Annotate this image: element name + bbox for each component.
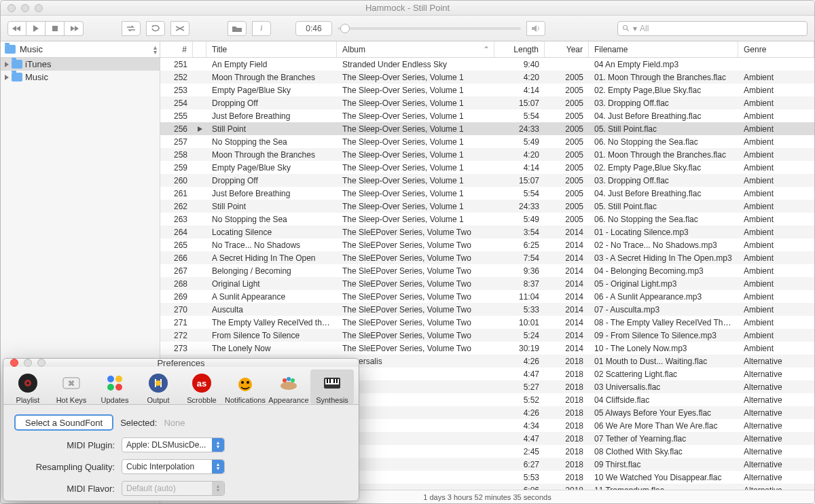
repeat-button[interactable] [122, 21, 141, 36]
table-row[interactable]: 251An Empty FieldStranded Under Endless … [160, 58, 814, 71]
prefs-tab-label: Hot Keys [56, 396, 87, 404]
table-row[interactable]: 267Belonging / BecomingThe SleEPover Ser… [160, 264, 814, 277]
search-input[interactable]: ▾ All [617, 21, 808, 36]
playlist-icon [17, 372, 39, 394]
volume-button[interactable] [526, 21, 545, 36]
prefs-tab-synthesis[interactable]: Synthesis [310, 370, 354, 404]
loop-button[interactable] [146, 21, 165, 36]
cell-genre: Ambient [738, 150, 814, 160]
cell-year: 2014 [545, 228, 589, 237]
table-row[interactable]: 263No Stopping the SeaThe Sleep-Over Ser… [160, 213, 814, 226]
cell-length: 15:07 [494, 98, 545, 108]
shuffle-button[interactable] [170, 21, 189, 36]
cell-album: The SleEPover Series, Volume Two [337, 266, 494, 276]
prefs-tab-scrobble[interactable]: asScrobble [180, 370, 223, 404]
disclosure-triangle-icon[interactable] [5, 75, 9, 80]
cell-length: 6:27 [494, 460, 545, 469]
table-row[interactable]: 273The Lonely NowThe SleEPover Series, V… [160, 342, 814, 355]
svg-point-1 [623, 25, 628, 29]
disclosure-triangle-icon[interactable] [5, 62, 9, 67]
table-row[interactable]: 253Empty Page/Blue SkyThe Sleep-Over Ser… [160, 84, 814, 96]
select-soundfont-button[interactable]: Select a SoundFont [14, 414, 113, 431]
table-row[interactable]: 269A Sunlit AppearanceThe SleEPover Seri… [160, 290, 814, 303]
cell-number: 268 [160, 279, 193, 289]
col-genre[interactable]: Genre [738, 41, 814, 57]
cell-length: 4:26 [494, 408, 545, 418]
table-row[interactable]: 271The Empty Valley ReceIVed the C...The… [160, 316, 814, 329]
midi-plugin-select[interactable]: Apple: DLSMusicDe...▲▼ [122, 437, 225, 452]
cell-genre: Ambient [738, 266, 814, 276]
table-row[interactable]: 260Dropping OffThe Sleep-Over Series, Vo… [160, 174, 814, 187]
table-row[interactable]: 255Just Before BreathingThe Sleep-Over S… [160, 109, 814, 122]
seek-slider[interactable] [338, 21, 521, 36]
sidebar-item-itunes[interactable]: iTunes [1, 58, 160, 71]
cell-filename: 01. Moon Through the Branches.flac [589, 150, 738, 160]
toolbar: i 0:46 ▾ All [1, 16, 814, 41]
table-row[interactable]: 261Just Before BreathingThe Sleep-Over S… [160, 187, 814, 200]
cell-length: 4:34 [494, 421, 545, 431]
prefs-tab-appearance[interactable]: Appearance [267, 370, 310, 404]
cell-length: 10:01 [494, 318, 545, 327]
cell-length: 4:14 [494, 163, 545, 173]
cell-playing [193, 126, 206, 132]
table-row[interactable]: 268Original LightThe SleEPover Series, V… [160, 277, 814, 290]
table-row[interactable]: 272From Silence To SilenceThe SleEPover … [160, 329, 814, 342]
cell-filename: 10 - The Lonely Now.mp3 [589, 344, 738, 353]
cell-length: 4:14 [494, 86, 545, 95]
col-title[interactable]: Title [206, 41, 337, 57]
table-row[interactable]: 256Still PointThe Sleep-Over Series, Vol… [160, 122, 814, 135]
cell-filename: 02. Empty Page,Blue Sky.flac [589, 163, 738, 173]
cell-length: 5:24 [494, 331, 545, 340]
col-length[interactable]: Length [494, 41, 545, 57]
time-display: 0:46 [295, 21, 332, 36]
table-row[interactable]: 262Still PointThe Sleep-Over Series, Vol… [160, 200, 814, 213]
prefs-tab-output[interactable]: Output [137, 370, 180, 404]
sidebar-item-music[interactable]: Music [1, 71, 160, 84]
table-row[interactable]: 258Moon Through the BranchesThe Sleep-Ov… [160, 148, 814, 161]
prefs-tab-updates[interactable]: Updates [93, 370, 137, 404]
svg-point-13 [156, 380, 161, 386]
scrobble-icon: as [191, 372, 213, 394]
stepper-icon[interactable]: ▴▾ [153, 45, 157, 54]
prev-button[interactable] [7, 21, 26, 36]
cell-filename: 03 Universalis.flac [589, 382, 738, 392]
cell-number: 266 [160, 253, 193, 263]
cell-genre: Alternative [738, 370, 814, 379]
sidebar-root[interactable]: Music ▴▾ [1, 41, 160, 58]
svg-rect-0 [52, 26, 58, 31]
cell-album: Stranded Under Endless Sky [337, 60, 494, 69]
table-row[interactable]: 270AuscultaThe SleEPover Series, Volume … [160, 303, 814, 316]
info-button[interactable]: i [252, 21, 271, 36]
table-row[interactable]: 266A Secret Hiding In The OpenThe SleEPo… [160, 251, 814, 264]
svg-text:as: as [197, 378, 206, 389]
cell-number: 258 [160, 150, 193, 160]
cell-album: The Sleep-Over Series, Volume 1 [337, 137, 494, 147]
cell-length: 9:40 [494, 60, 545, 69]
prefs-tab-hot-keys[interactable]: ⌘Hot Keys [50, 370, 93, 404]
cell-title: Ausculta [206, 305, 337, 314]
table-row[interactable]: 252Moon Through the BranchesThe Sleep-Ov… [160, 71, 814, 84]
play-button[interactable] [26, 21, 46, 36]
sidebar-item-label: iTunes [25, 59, 52, 69]
svg-text:⌘: ⌘ [68, 380, 75, 387]
table-row[interactable]: 264Locating SilenceThe SleEPover Series,… [160, 226, 814, 238]
col-year[interactable]: Year [545, 41, 589, 57]
table-row[interactable]: 254Dropping OffThe Sleep-Over Series, Vo… [160, 96, 814, 109]
col-filename[interactable]: Filename [589, 41, 738, 57]
resampling-select[interactable]: Cubic Interpolation▲▼ [122, 459, 225, 474]
next-button[interactable] [65, 21, 84, 36]
prefs-tab-playlist[interactable]: Playlist [6, 370, 50, 404]
table-row[interactable]: 259Empty Page/Blue SkyThe Sleep-Over Ser… [160, 161, 814, 174]
cell-genre: Ambient [738, 111, 814, 121]
col-number[interactable]: # [160, 41, 193, 57]
col-album[interactable]: Album⌃ [337, 41, 494, 57]
col-playing[interactable] [193, 41, 206, 57]
appearance-icon [278, 372, 300, 394]
stop-button[interactable] [46, 21, 65, 36]
table-row[interactable]: 265No Trace... No ShadowsThe SleEPover S… [160, 238, 814, 251]
play-indicator-icon [198, 126, 202, 132]
prefs-tab-notifications[interactable]: Notifications [223, 370, 267, 404]
cell-length: 5:27 [494, 382, 545, 392]
table-row[interactable]: 257No Stopping the SeaThe Sleep-Over Ser… [160, 135, 814, 148]
folder-button[interactable] [228, 21, 247, 36]
